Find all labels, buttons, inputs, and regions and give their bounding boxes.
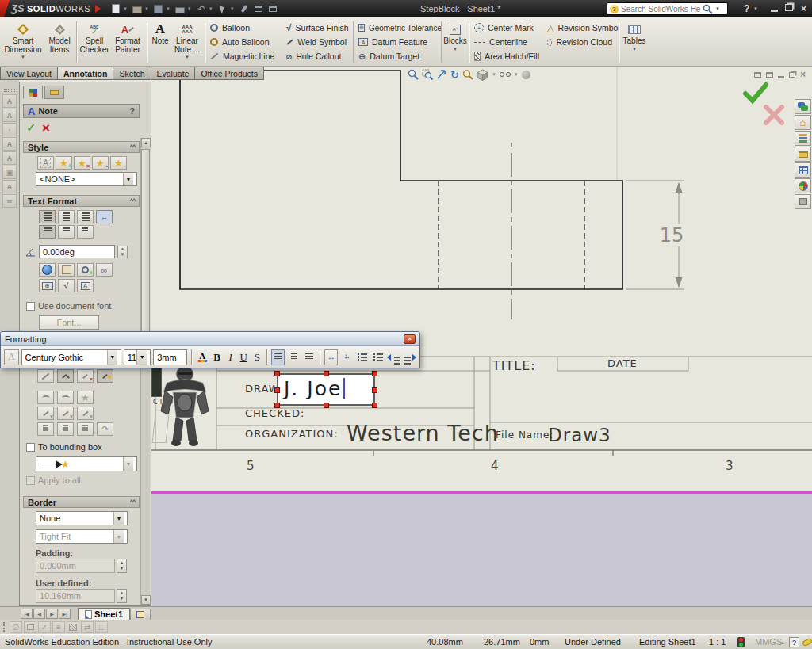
tab-evaluate[interactable]: Evaluate [151,67,196,80]
auto-balloon-button[interactable]: Auto Balloon [209,36,282,49]
chevron-down-icon[interactable]: ▾ [186,54,189,60]
options-icon[interactable] [252,3,265,15]
units-selector[interactable]: MMGS [755,637,782,647]
no-style-icon[interactable]: A [37,156,54,170]
note-button[interactable]: A Note [149,19,171,65]
selection-handle[interactable] [324,403,329,408]
ok-button[interactable]: ✓ [26,120,36,135]
leader-text-right-button[interactable] [77,422,94,436]
select-cursor-icon[interactable] [216,3,229,15]
weld-symbol-button[interactable]: Weld Symbol [285,36,350,49]
search-box[interactable]: ? ▼ [607,2,728,15]
revision-cloud-button[interactable]: Revision Cloud [546,36,615,49]
arrow-style-dropdown[interactable]: ★ ▼ [36,456,137,471]
leader-center-button[interactable]: x [57,407,74,420]
save-style-button[interactable]: ★▪ [92,156,109,170]
align-left-button[interactable] [39,210,56,223]
last-sheet-button[interactable]: ▶| [59,609,71,619]
insert-field-icon[interactable] [58,263,75,277]
doc-minimize-icon[interactable] [778,76,784,78]
spacing-button[interactable]: ↔↔ [340,349,354,365]
selection-handle[interactable] [372,387,377,393]
panel-scrollbar[interactable]: ▲ ▼ [140,138,150,605]
sheet1-tab[interactable]: Sheet1 [78,608,130,620]
align-left-button[interactable] [271,349,285,365]
style-a-icon[interactable]: A [4,349,19,365]
open-document-icon[interactable] [131,3,144,15]
fit-text-button[interactable]: ↔ [96,210,113,223]
scroll-down-icon[interactable]: ▼ [141,595,151,605]
file-explorer-tab[interactable] [795,147,811,162]
new-document-icon[interactable] [109,3,122,15]
block-icon[interactable] [24,621,36,633]
note-pattern-tool-icon[interactable]: A [2,151,17,165]
zoom-to-area-icon[interactable] [422,69,433,80]
property-manager-tab[interactable] [23,86,43,99]
align-right-button[interactable] [303,349,316,365]
border-section-header[interactable]: Border^^ [23,496,140,508]
dimension-15[interactable]: 15 [660,224,684,246]
auto-flip-leader-button[interactable]: ↷ [97,422,113,436]
chevron-down-icon[interactable]: ▼ [753,6,758,11]
to-bounding-box-row[interactable]: To bounding box [26,442,102,452]
menu-expand-arrow-icon[interactable] [95,5,101,13]
load-style-button[interactable]: ★▫ [110,156,127,170]
font-family-combo[interactable]: Century Gothic▼ [21,349,121,365]
lines-icon[interactable]: ≡ [52,621,65,633]
underline-button[interactable]: U [238,349,249,365]
blocks-button[interactable]: A° Blocks ▾ [443,19,467,65]
chevron-down-icon[interactable]: ▼ [144,6,149,11]
rebuild-icon[interactable] [238,3,251,15]
balloon-tool-icon[interactable]: ◦ [2,123,17,136]
indent-button[interactable] [403,349,416,365]
add-style-button[interactable]: ★+ [56,156,72,170]
model-items-button[interactable]: Model Items [44,19,75,65]
hole-callout-button[interactable]: ⌀Hole Callout [285,50,350,63]
smart-dimension-button[interactable]: Smart Dimension ▾ [2,19,44,65]
confirm-cancel-icon[interactable] [763,105,785,125]
search-icon[interactable] [703,4,713,14]
text-height-field[interactable]: 3mm [153,349,187,365]
no-leader-button[interactable]: × [77,369,94,383]
chevron-down-icon[interactable]: ▾ [633,46,636,52]
stacked-balloon-tool-icon[interactable]: A [2,137,17,151]
swap-icon[interactable]: ⇄ [81,621,94,633]
sheet-boundary-highlight[interactable] [143,491,812,494]
center-mark-button[interactable]: +Center Mark [473,21,542,35]
style-dropdown[interactable]: <NONE>▼ [36,172,137,186]
format-painter-button[interactable]: A Format Painter [110,19,145,65]
doc-close-icon[interactable]: × [800,69,806,80]
link-icon[interactable]: ∞ [96,263,113,277]
corner-icon[interactable]: ∟ [95,621,108,633]
numbered-list-button[interactable] [371,349,385,365]
close-button[interactable]: × [801,3,806,14]
chevron-down-icon[interactable]: ▾ [21,54,25,60]
resources-tab[interactable] [795,99,811,114]
help-icon[interactable]: ? [129,106,135,116]
status-help-button[interactable]: ? [789,637,799,647]
straight-leader-button[interactable] [37,369,54,383]
chevron-down-icon[interactable]: ▼ [514,72,519,77]
text-format-section-header[interactable]: Text Format^^ [23,195,140,207]
appearances-tab[interactable] [795,178,811,193]
note-tool-icon[interactable]: A [2,94,17,108]
magnifier-settings-icon[interactable] [462,69,473,80]
magnetic-line-button[interactable]: Magnetic Line [209,50,282,63]
tab-office-products[interactable]: Office Products [195,67,264,80]
apply-to-all-row[interactable]: Apply to all [26,475,81,485]
align-middle-button[interactable] [58,225,75,239]
use-document-font-row[interactable]: Use document font [26,301,111,311]
datum-feature-button[interactable]: ADatum Feature [357,36,438,49]
link-note-tool-icon[interactable]: ∞ [2,194,17,208]
area-hatch-button[interactable]: Area Hatch/Fill [473,50,542,63]
scrollbar-thumb[interactable] [141,149,150,347]
chevron-down-icon[interactable]: ▼ [230,6,235,11]
surface-finish-button[interactable]: √Surface Finish [285,21,350,35]
spell-checker-button[interactable]: ABC✓ Spell Checker [79,19,110,65]
fit-width-button[interactable]: ↔ [324,349,338,365]
scroll-up-icon[interactable]: ▲ [141,138,151,147]
tab-sketch[interactable]: Sketch [113,67,151,80]
padding-spinner[interactable]: ▲▼ [117,559,127,573]
rotate-view-icon[interactable]: ↻ [450,69,459,81]
hatch-icon[interactable] [67,621,79,633]
